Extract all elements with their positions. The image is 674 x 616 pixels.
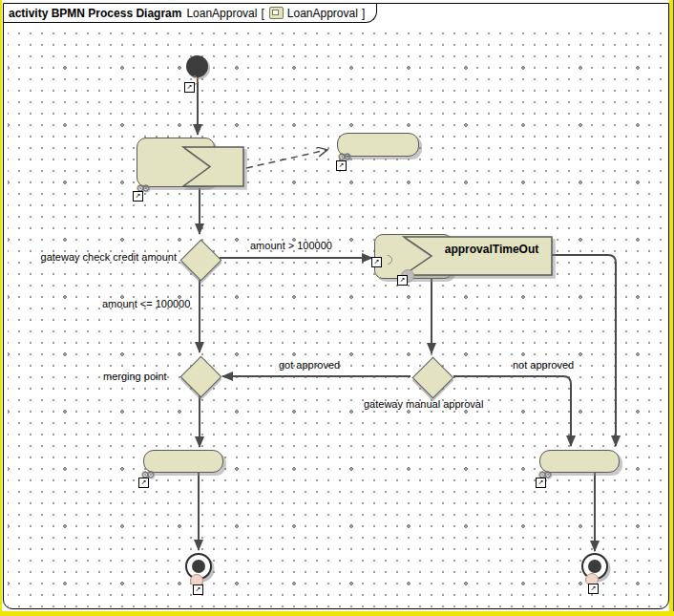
send-signal-shape[interactable] <box>182 146 245 188</box>
activity-diagram-canvas: activity BPMN Process Diagram LoanApprov… <box>0 0 674 616</box>
edge-dashed-dependency[interactable] <box>246 150 326 168</box>
link-badge-icon: ↗ <box>588 584 599 594</box>
final-node-left-dot <box>192 560 205 573</box>
label-not-approved[interactable]: not approved <box>513 359 574 371</box>
initial-node[interactable] <box>186 55 208 77</box>
link-badge-icon: ↗ <box>193 584 203 595</box>
link-badge-icon: ↗ <box>397 275 408 286</box>
activity-diagram-icon <box>269 7 284 19</box>
link-badge-icon: ↗ <box>336 160 347 171</box>
link-badge-icon: ↗ <box>138 478 149 488</box>
link-badge-icon: ↗ <box>133 191 143 202</box>
diagram-frame-tab[interactable]: activity BPMN Process Diagram LoanApprov… <box>4 4 377 23</box>
final-node-right-dot <box>588 560 601 573</box>
activity-bottom-right[interactable] <box>539 450 620 473</box>
link-badge-icon: ↗ <box>536 478 546 488</box>
timeout-action-label[interactable]: approvalTimeOut <box>437 243 546 256</box>
activity-top-right[interactable] <box>337 133 419 157</box>
edge-not-approved[interactable] <box>453 376 571 446</box>
label-credit-gateway[interactable]: gateway check credit amount <box>19 251 177 263</box>
edges-layer <box>0 0 674 616</box>
link-badge-icon: ↗ <box>184 82 195 93</box>
diagram-name: LoanApproval <box>186 7 257 20</box>
link-badge-icon: ↗ <box>371 257 382 267</box>
activity-bottom-left[interactable] <box>143 450 223 473</box>
label-got-approved[interactable]: got approved <box>279 359 340 371</box>
bracket-open: [ <box>261 7 263 20</box>
edge-timeout-right-to-activity[interactable] <box>552 255 616 446</box>
bracket-close: ] <box>362 7 365 20</box>
label-manual-gateway[interactable]: gateway manual approval <box>364 398 483 410</box>
diagram-kind-label: activity BPMN Process Diagram <box>9 7 181 20</box>
label-merging-point[interactable]: merging point <box>103 371 167 382</box>
label-amount-gt[interactable]: amount > 100000 <box>250 240 332 251</box>
diagram-ref-name: LoanApproval <box>287 7 358 20</box>
label-amount-le[interactable]: amount <= 100000 <box>102 298 190 309</box>
